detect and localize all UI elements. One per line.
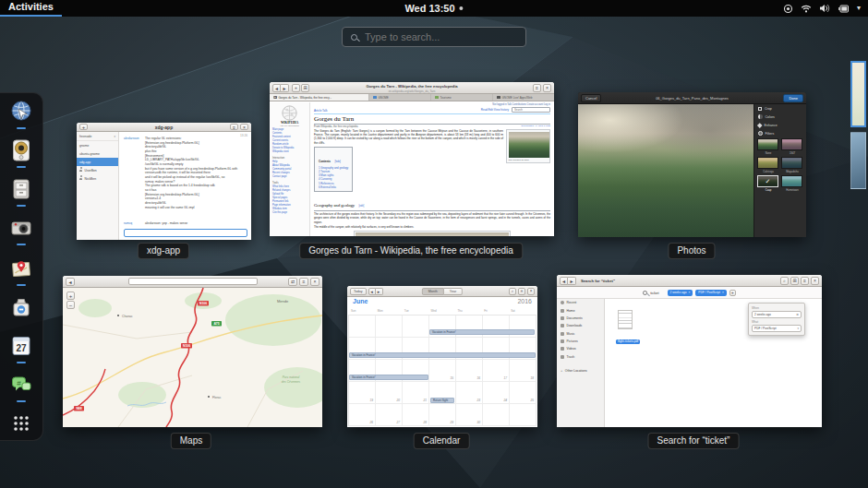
back-icon[interactable]: ◂	[272, 84, 281, 92]
what-select[interactable]: PDF / PostScript▾	[752, 325, 802, 332]
pages-icon[interactable]: ⊞	[301, 84, 309, 92]
calendar-cell[interactable]: 17	[483, 360, 510, 382]
when-select[interactable]: 2 weeks ago⊗	[752, 311, 802, 318]
month-view-toggle[interactable]: Month	[422, 288, 444, 295]
user-item[interactable]: UserBen	[77, 166, 118, 174]
dock-item-polari[interactable]: #	[9, 373, 33, 397]
menu-icon[interactable]: ≡	[518, 288, 525, 295]
event-bar[interactable]: Vacation in France!	[349, 375, 428, 380]
filter-hometown[interactable]: Hometown	[781, 175, 803, 192]
next-month-icon[interactable]: ▸	[376, 288, 383, 295]
calendar-cell[interactable]: 18	[510, 360, 536, 382]
calendar-cell[interactable]: 29	[429, 404, 456, 426]
search-query[interactable]: ticket	[650, 291, 658, 295]
menu-icon[interactable]: ≡	[299, 278, 308, 286]
calendar-cell[interactable]: 24	[483, 382, 510, 404]
zoom-out-button[interactable]: −	[66, 301, 75, 309]
tab-gnome-live[interactable]: GNOME Live! Apps/Web	[493, 94, 554, 101]
event-bar[interactable]: Vacation in France!	[429, 329, 535, 335]
menu-icon[interactable]: ≡	[533, 84, 541, 92]
workspace-thumbnail-1[interactable]	[850, 61, 866, 127]
activities-button[interactable]: Activities	[0, 0, 62, 17]
year-view-toggle[interactable]: Year	[444, 288, 463, 295]
dock-item-web-browser[interactable]	[9, 100, 33, 124]
calendar-cell[interactable]	[483, 404, 510, 426]
add-filter-button[interactable]: +	[729, 290, 736, 296]
dock-item-files[interactable]	[9, 177, 33, 201]
search-icon[interactable]: ⌕	[780, 277, 789, 285]
file-item[interactable]: flight-tickets.pdf	[616, 310, 634, 346]
calendar-cell[interactable]: 21	[403, 382, 429, 404]
article-coordinates[interactable]: Coordinates: 44°18′N 3°18′E	[521, 125, 550, 128]
window-maps[interactable]: ◂ ⇄ ≡ × N106 A75	[63, 276, 322, 427]
prev-month-icon[interactable]: ◂	[368, 288, 376, 295]
tool-crop[interactable]: Crop	[754, 104, 806, 113]
user-item[interactable]: NickBen	[77, 174, 118, 183]
contents-hide-link[interactable]: [hide]	[334, 161, 340, 163]
map-canvas[interactable]: N106 A75 N106 N88 Mende Chanac Florac Pa…	[63, 288, 322, 427]
event-bar[interactable]: Vacation in France!	[349, 352, 536, 358]
calendar-cell[interactable]: 20	[376, 382, 403, 404]
clock-button[interactable]: Wed 13:50	[404, 3, 463, 14]
edit-link[interactable]: [edit]	[359, 205, 365, 208]
wiki-search-input[interactable]	[512, 107, 550, 113]
filter-caap-selected[interactable]: ✓Caap	[757, 175, 779, 192]
sidebar-item-trash[interactable]: Trash	[557, 353, 604, 361]
today-button[interactable]: Today	[350, 288, 367, 295]
close-icon[interactable]: ×	[527, 288, 535, 295]
tool-colors[interactable]: Colors	[754, 113, 806, 121]
sidebar-item-downloads[interactable]: Downloads	[557, 322, 604, 329]
sidebar-item-home[interactable]: Home	[557, 306, 604, 314]
calendar-cell[interactable]: 28	[403, 404, 429, 426]
filter-chip-type[interactable]: PDF / PostScript×	[695, 290, 726, 296]
forward-icon[interactable]: ▸	[281, 84, 289, 92]
close-icon[interactable]: ×	[811, 277, 819, 285]
panorama-frame[interactable]	[354, 231, 511, 236]
dock-item-software[interactable]	[9, 295, 33, 319]
window-polari[interactable]: + xdg-app ≡ × freenode ▾ gnome ubuntu-gn…	[77, 123, 251, 240]
calendar-cell[interactable]	[510, 404, 536, 426]
dock-item-photos[interactable]	[9, 216, 33, 240]
filter-none[interactable]: None	[757, 138, 779, 155]
back-icon[interactable]: ◂	[560, 277, 568, 285]
system-status-area[interactable]: ▾	[783, 0, 861, 17]
calendar-cell[interactable]: 27	[376, 404, 403, 426]
close-icon[interactable]: ×	[543, 84, 551, 92]
calendar-cell[interactable]: 16	[456, 360, 483, 382]
tab-gnome[interactable]: GNOME	[369, 94, 431, 101]
window-web-browser[interactable]: ◂ ▸ + ⊞ Gorges du Tarn - Wikipedia, the …	[270, 82, 554, 236]
tab-wikipedia[interactable]: WGorges du Tarn - Wikipedia, the free en…	[270, 94, 369, 101]
menu-icon[interactable]: ≡	[230, 124, 238, 130]
contents-list[interactable]: 1 Geography and geology 2 Tourism 3 Main…	[319, 166, 348, 189]
tab-tourisme[interactable]: Tourisme	[431, 94, 493, 101]
clear-icon[interactable]: ⊗	[796, 313, 799, 316]
message-input[interactable]	[124, 229, 247, 237]
calendar-cell[interactable]: 30	[456, 404, 483, 426]
wiki-personal-bar[interactable]: Not logged in Talk Contributions Create …	[492, 103, 550, 106]
calendar-cell[interactable]	[403, 315, 429, 338]
calendar-cell[interactable]: 19	[349, 382, 376, 404]
cancel-button[interactable]: Cancel	[581, 94, 601, 102]
window-files[interactable]: ◂ ▸ Search for “ticket” ⌕ ⊞ ≡ × ticket 2…	[557, 275, 822, 427]
filter-calistoga[interactable]: Calistoga	[757, 157, 779, 173]
sidebar-item-music[interactable]: Music	[557, 330, 604, 338]
workspace-thumbnail-2[interactable]	[850, 132, 866, 189]
event-bar[interactable]: Return flight	[430, 398, 454, 403]
window-photos[interactable]: Cancel 06_Gorges_du_Tarn_Pano_des_Montag…	[578, 92, 806, 237]
filter-mogadishu[interactable]: Mogadishu	[781, 157, 803, 173]
overview-search[interactable]	[342, 27, 526, 47]
sidebar-item-videos[interactable]: Videos	[557, 345, 604, 352]
done-button[interactable]: Done	[783, 94, 803, 102]
dock-item-maps[interactable]	[9, 256, 33, 280]
filter-chip-date[interactable]: 2 weeks ago×	[668, 290, 693, 296]
wiki-tabs-left[interactable]: Article Talk	[314, 109, 327, 113]
close-icon[interactable]: ×	[310, 278, 319, 286]
room-item[interactable]: ubuntu-gnome	[77, 149, 118, 158]
calendar-cell[interactable]: 26	[349, 404, 376, 426]
dock-item-calendar[interactable]: 27	[9, 334, 33, 358]
close-icon[interactable]: ×	[240, 124, 248, 130]
sidebar-item-other-locations[interactable]: +Other Locations	[557, 366, 604, 375]
directions-icon[interactable]: ⇄	[288, 278, 297, 286]
calendar-cell[interactable]: 25	[510, 382, 536, 404]
view-toggle-icon[interactable]: ⊞	[790, 277, 799, 285]
